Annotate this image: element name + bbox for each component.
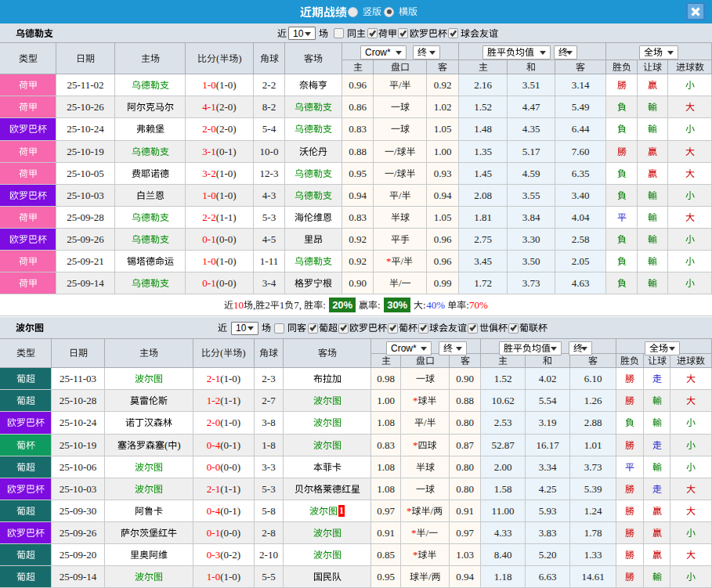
svg-text:(: ( <box>220 348 223 359</box>
svg-text:/: / <box>399 190 402 201</box>
svg-text:): ) <box>238 53 241 64</box>
svg-text:*: * <box>413 550 418 561</box>
svg-text:7,: 7, <box>294 300 302 311</box>
svg-text:,: , <box>253 300 255 311</box>
svg-text:*: * <box>407 506 412 517</box>
svg-text:): ) <box>242 348 245 359</box>
svg-text:/: / <box>426 528 429 539</box>
svg-text:10: 10 <box>233 300 244 311</box>
svg-text:/: / <box>431 506 434 517</box>
svg-text:2: 2 <box>265 300 270 311</box>
svg-text:*: * <box>413 440 418 451</box>
svg-text::: : <box>323 300 326 311</box>
svg-text:1: 1 <box>280 300 285 311</box>
svg-text::: : <box>378 300 381 311</box>
svg-text:*: * <box>386 256 392 267</box>
svg-text:*: * <box>413 395 418 406</box>
svg-text:/: / <box>401 256 404 267</box>
svg-text:/: / <box>394 168 397 179</box>
svg-text:): ) <box>177 440 180 451</box>
svg-text:/: / <box>424 417 427 428</box>
svg-text:/: / <box>428 572 432 583</box>
svg-text:/: / <box>399 278 402 289</box>
svg-text:(: ( <box>216 53 219 64</box>
svg-text:*: * <box>411 528 417 539</box>
svg-text:/: / <box>399 80 402 91</box>
svg-text:/: / <box>394 146 397 157</box>
svg-text:(: ( <box>164 440 168 451</box>
